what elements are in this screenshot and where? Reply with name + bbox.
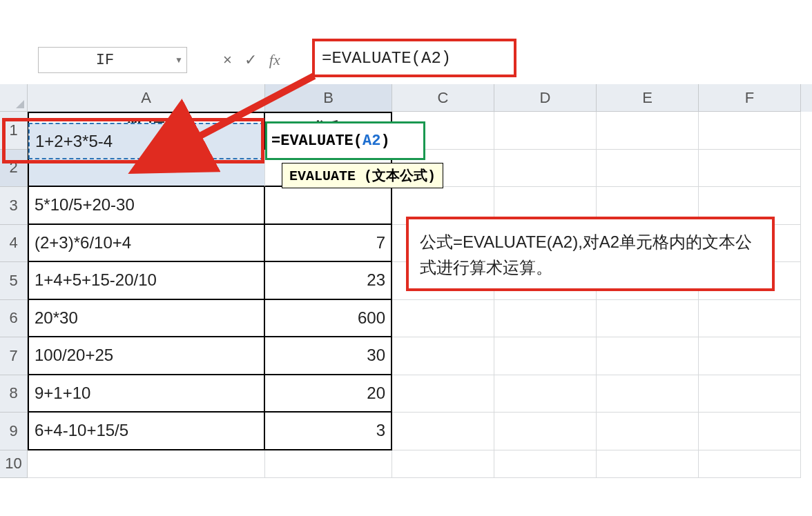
row-header-9[interactable]: 9 — [0, 413, 28, 450]
cell-B6[interactable]: 600 — [265, 300, 392, 338]
cell-C9[interactable] — [392, 413, 494, 450]
cell-D7[interactable] — [494, 337, 597, 375]
row-header-10[interactable]: 10 — [0, 450, 28, 478]
cell-B3[interactable] — [265, 187, 392, 225]
row-header-4[interactable]: 4 — [0, 225, 28, 263]
row-header-1[interactable]: 1 — [0, 112, 28, 150]
cell-F2[interactable] — [699, 150, 801, 188]
row-header-7[interactable]: 7 — [0, 337, 28, 375]
formula-bar-buttons: × ✓ fx — [223, 47, 280, 73]
cell-B5[interactable]: 23 — [265, 262, 392, 300]
cell-A8[interactable]: 9+1+10 — [28, 375, 265, 413]
row-9: 9 6+4-10+15/5 3 — [0, 413, 812, 450]
column-headers: A B C D E F — [0, 84, 812, 112]
cell-B10[interactable] — [265, 450, 392, 478]
cell-E10[interactable] — [597, 450, 699, 478]
cell-D8[interactable] — [494, 375, 597, 413]
cell-A10[interactable] — [28, 450, 265, 478]
cell-C10[interactable] — [392, 450, 494, 478]
name-box[interactable]: IF ▼ — [38, 47, 187, 73]
cell-C7[interactable] — [392, 337, 494, 375]
row-10: 10 — [0, 450, 812, 478]
cell-F10[interactable] — [699, 450, 801, 478]
cell-F1[interactable] — [699, 112, 801, 150]
cell-D6[interactable] — [494, 300, 597, 338]
row-6: 6 20*30 600 — [0, 300, 812, 338]
column-header-D[interactable]: D — [494, 84, 597, 112]
name-box-dropdown-icon[interactable]: ▼ — [171, 55, 186, 65]
b2-suffix: ) — [380, 132, 389, 150]
column-header-A[interactable]: A — [28, 84, 265, 112]
cell-B4[interactable]: 7 — [265, 225, 392, 263]
annotation-callout-text: 公式=EVALUATE(A2),对A2单元格内的文本公式进行算术运算。 — [420, 232, 752, 277]
row-header-3[interactable]: 3 — [0, 187, 28, 225]
cell-D1[interactable] — [494, 112, 597, 150]
cell-A7[interactable]: 100/20+25 — [28, 337, 265, 375]
cell-D2[interactable] — [494, 150, 597, 188]
confirm-icon[interactable]: ✓ — [244, 51, 257, 69]
row-header-2[interactable]: 2 — [0, 150, 28, 188]
row-8: 8 9+1+10 20 — [0, 375, 812, 413]
cell-B7[interactable]: 30 — [265, 337, 392, 375]
annotation-callout: 公式=EVALUATE(A2),对A2单元格内的文本公式进行算术运算。 — [406, 217, 775, 291]
cell-A2-value: 1+2+3*5-4 — [35, 132, 113, 151]
cell-F6[interactable] — [699, 300, 801, 338]
cell-A3[interactable]: 5*10/5+20-30 — [28, 187, 265, 225]
cell-F8[interactable] — [699, 375, 801, 413]
row-header-8[interactable]: 8 — [0, 375, 28, 413]
cell-F9[interactable] — [699, 413, 801, 450]
cell-A6[interactable]: 20*30 — [28, 300, 265, 338]
b2-prefix: =EVALUATE( — [271, 132, 362, 150]
cell-F7[interactable] — [699, 337, 801, 375]
cell-A4[interactable]: (2+3)*6/10+4 — [28, 225, 265, 263]
column-header-B[interactable]: B — [265, 84, 392, 112]
select-all-corner[interactable] — [0, 84, 28, 112]
formula-text: =EVALUATE(A2) — [322, 49, 451, 68]
formula-bar: IF ▼ × ✓ fx =EVALUATE(A2) — [0, 47, 812, 76]
row-header-5[interactable]: 5 — [0, 262, 28, 300]
cell-B2-editing[interactable]: =EVALUATE(A2) — [265, 121, 425, 160]
column-header-C[interactable]: C — [392, 84, 494, 112]
row-header-6[interactable]: 6 — [0, 300, 28, 338]
cell-A9[interactable]: 6+4-10+15/5 — [28, 413, 265, 450]
cell-B8[interactable]: 20 — [265, 375, 392, 413]
spreadsheet: A B C D E F 1 数据 求和 2 3 5*10/5+20-30 — [0, 84, 812, 516]
cancel-icon[interactable]: × — [223, 51, 232, 69]
cell-A2-highlight: 1+2+3*5-4 — [28, 123, 264, 159]
cell-E2[interactable] — [597, 150, 699, 188]
cell-C6[interactable] — [392, 300, 494, 338]
cell-E6[interactable] — [597, 300, 699, 338]
function-tooltip-text: EVALUATE (文本公式) — [289, 168, 436, 184]
cell-D10[interactable] — [494, 450, 597, 478]
row-7: 7 100/20+25 30 — [0, 337, 812, 375]
formula-input[interactable]: =EVALUATE(A2) — [312, 39, 516, 77]
function-tooltip: EVALUATE (文本公式) — [282, 163, 443, 188]
cell-E7[interactable] — [597, 337, 699, 375]
cell-A5[interactable]: 1+4+5+15-20/10 — [28, 262, 265, 300]
name-box-value: IF — [39, 52, 171, 69]
cell-C8[interactable] — [392, 375, 494, 413]
cell-B9[interactable]: 3 — [265, 413, 392, 450]
column-header-F[interactable]: F — [699, 84, 801, 112]
cell-E9[interactable] — [597, 413, 699, 450]
cell-E1[interactable] — [597, 112, 699, 150]
column-header-E[interactable]: E — [597, 84, 699, 112]
cell-D9[interactable] — [494, 413, 597, 450]
fx-icon[interactable]: fx — [269, 51, 280, 69]
cell-E8[interactable] — [597, 375, 699, 413]
b2-ref: A2 — [362, 132, 380, 150]
